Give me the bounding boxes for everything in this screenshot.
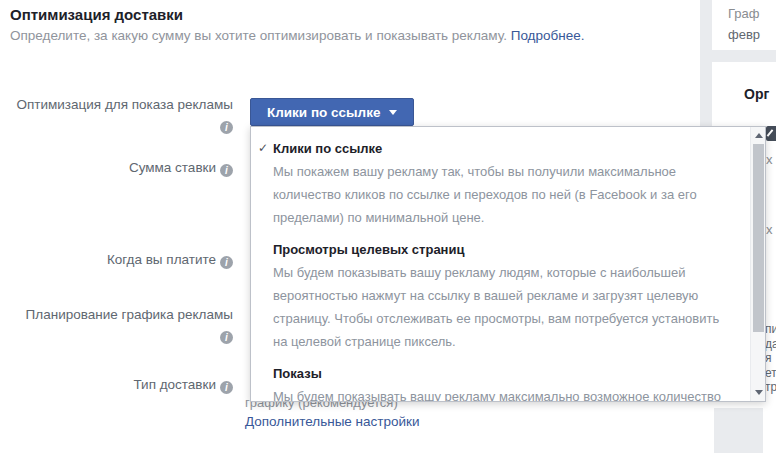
section-subtitle: Определите, за какую сумму вы хотите опт… [10, 28, 584, 43]
dropdown-option-landing-page-views[interactable]: Просмотры целевых страниц Мы будем показ… [273, 238, 727, 353]
schedule-card-line2: февр [728, 27, 760, 42]
section-title: Оптимизация доставки [10, 6, 183, 23]
clipped-line: тр [765, 380, 776, 395]
clipped-line: да [765, 337, 776, 352]
option-description: Мы будем показывать вашу рекламу людям, … [273, 261, 727, 353]
info-icon[interactable]: i [220, 256, 233, 269]
dropdown-scrollbar[interactable] [750, 127, 765, 401]
scroll-down-icon [755, 390, 763, 395]
label-pay-when: Когда вы платитеi [10, 250, 233, 270]
schedule-card-line1: Граф [728, 6, 759, 21]
check-icon: ✓ [258, 137, 268, 160]
org-card-clipped-text: пи да я ет тр [765, 322, 776, 395]
option-title: Показы [273, 362, 727, 385]
remove-icon[interactable]: х [766, 152, 773, 167]
option-title: Просмотры целевых страниц [273, 238, 727, 261]
option-title-text: Просмотры целевых страниц [273, 242, 464, 257]
right-panel-gap [712, 50, 776, 62]
scroll-up-icon [755, 133, 763, 138]
clipped-line: пи [765, 322, 776, 337]
section-subtitle-text: Определите, за какую сумму вы хотите опт… [10, 28, 507, 43]
dropdown-option-link-clicks[interactable]: ✓ Клики по ссылке Мы покажем вашу реклам… [273, 137, 727, 229]
scroll-up-button[interactable] [751, 128, 766, 143]
edit-icon[interactable] [766, 126, 776, 141]
label-scheduling: Планирование графика рекламыi [10, 305, 233, 345]
label-delivery-type: Тип доставкиi [10, 375, 233, 395]
right-panel-schedule-card: Граф февр [712, 0, 776, 50]
label-delivery-type-text: Тип доставки [133, 377, 216, 392]
advanced-settings-link[interactable]: Дополнительные настройки [245, 414, 420, 429]
org-card-title: Орг [744, 86, 769, 102]
optimization-dropdown-menu: ✓ Клики по ссылке Мы покажем вашу реклам… [250, 126, 766, 402]
info-icon[interactable]: i [220, 331, 233, 344]
label-pay-when-text: Когда вы платите [107, 252, 216, 267]
info-icon[interactable]: i [220, 381, 233, 394]
option-description: Мы будем показывать вашу рекламу максима… [273, 385, 727, 402]
label-bid-amount: Сумма ставкиi [10, 158, 233, 178]
remove-icon[interactable]: х [766, 222, 773, 237]
option-title-text: Клики по ссылке [273, 141, 382, 156]
dropdown-option-impressions[interactable]: Показы Мы будем показывать вашу рекламу … [273, 362, 727, 402]
info-icon[interactable]: i [220, 121, 233, 134]
label-optimization: Оптимизация для показа рекламыi [10, 95, 233, 135]
option-title-text: Показы [273, 366, 322, 381]
learn-more-link[interactable]: Подробнее. [511, 28, 585, 43]
page-background-block [714, 408, 763, 453]
label-optimization-text: Оптимизация для показа рекламы [17, 97, 233, 112]
scroll-down-button[interactable] [751, 385, 766, 400]
info-icon[interactable]: i [220, 164, 233, 177]
clipped-line: я [765, 351, 776, 366]
label-bid-amount-text: Сумма ставки [129, 160, 216, 175]
optimization-dropdown-button-label: Клики по ссылке [267, 105, 380, 120]
clipped-line: ет [765, 366, 776, 381]
option-description: Мы покажем вашу рекламу так, чтобы вы по… [273, 160, 727, 229]
optimization-dropdown-button[interactable]: Клики по ссылке [250, 98, 414, 126]
caret-down-icon [389, 110, 397, 115]
label-scheduling-text: Планирование графика рекламы [26, 307, 233, 322]
scrollbar-thumb[interactable] [753, 144, 764, 332]
option-title: ✓ Клики по ссылке [273, 137, 727, 160]
